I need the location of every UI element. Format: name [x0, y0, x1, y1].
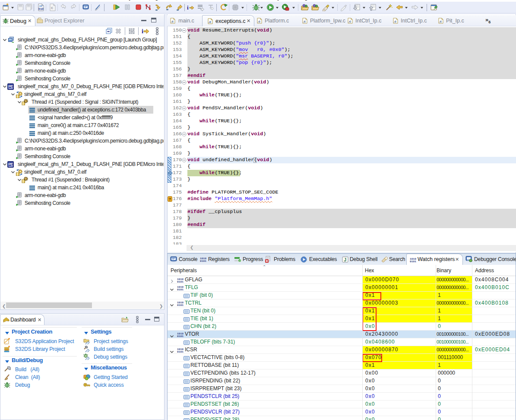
svg-text:i: i [187, 4, 189, 11]
svg-text:i: i [142, 28, 143, 35]
svg-text:0101: 0101 [177, 350, 184, 353]
svg-text:PE: PE [8, 84, 13, 89]
svg-text:0101: 0101 [177, 288, 184, 291]
svg-text:PE: PE [8, 162, 13, 166]
svg-text:0101: 0101 [410, 260, 416, 263]
svg-text:.c: .c [394, 19, 397, 23]
svg-text:.c: .c [348, 19, 351, 23]
svg-text:0101: 0101 [177, 335, 184, 337]
svg-text:.c: .c [303, 19, 306, 23]
svg-text:J: J [344, 258, 347, 262]
svg-text:c: c [51, 6, 53, 10]
svg-text:.c: .c [171, 19, 174, 23]
svg-text:010: 010 [38, 7, 44, 10]
svg-text:.c: .c [209, 20, 212, 24]
svg-text:0101: 0101 [177, 304, 184, 306]
svg-text:.c: .c [258, 19, 261, 23]
svg-text:.c: .c [439, 19, 442, 23]
svg-text:0101: 0101 [200, 260, 206, 262]
svg-text:0101: 0101 [177, 280, 184, 283]
